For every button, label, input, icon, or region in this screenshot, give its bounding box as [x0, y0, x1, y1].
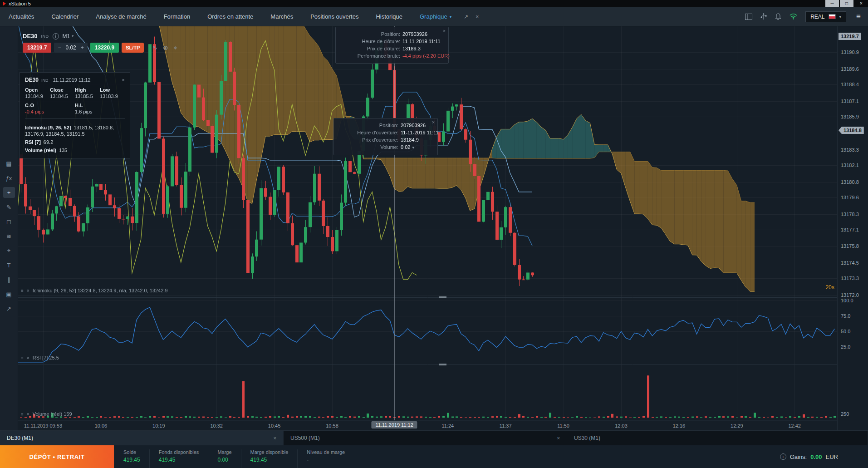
- nav-item[interactable]: Actualités: [0, 7, 43, 26]
- price-axis[interactable]: 13219.7 13184.8 13190.913189.613188.4131…: [837, 26, 868, 430]
- fx-indicators-icon[interactable]: ƒx: [3, 172, 15, 183]
- nav-item-label: Graphique: [420, 13, 447, 20]
- window-title: xStation 5: [9, 1, 31, 6]
- time-axis-label: 10:32: [210, 423, 223, 429]
- nav-item-label: Marchés: [270, 13, 293, 20]
- time-axis-label: 12:42: [788, 423, 801, 429]
- chevron-down-icon[interactable]: ▾: [412, 145, 414, 150]
- pane-close-icon[interactable]: ×: [27, 412, 29, 417]
- instrument-tab[interactable]: US500 (M1) ×: [284, 431, 567, 445]
- instrument-tab[interactable]: DE30 (M1) ×: [0, 431, 284, 445]
- rsi-axis-label: 50.0: [841, 329, 850, 334]
- target-icon[interactable]: ⌖: [3, 245, 15, 256]
- buy-button[interactable]: 13220.9: [90, 43, 119, 53]
- close-icon[interactable]: ×: [432, 120, 435, 125]
- instrument-tab[interactable]: US30 (M1): [567, 431, 868, 445]
- pane-menu-icon[interactable]: ≡: [21, 288, 24, 293]
- chevron-down-icon: ▾: [72, 34, 74, 38]
- rsi-axis-label: 100.0: [841, 298, 853, 303]
- tab-close-icon[interactable]: ×: [557, 435, 560, 441]
- nav-item[interactable]: Calendrier: [43, 7, 87, 26]
- nav-item[interactable]: Graphique ▾: [411, 7, 460, 26]
- tooltip-row: Volume: 0.02▾: [339, 143, 427, 151]
- minimize-button[interactable]: ─: [825, 0, 839, 7]
- sell-button[interactable]: 13219.7: [23, 43, 51, 53]
- window-controls: ─ □ ×: [825, 0, 868, 7]
- deposit-withdraw-button[interactable]: DÉPÔT • RETRAIT: [0, 445, 114, 468]
- time-axis-label: 12:16: [673, 423, 686, 429]
- chart-popout-icon[interactable]: ↗: [460, 14, 472, 20]
- pane-menu-icon[interactable]: ≡: [21, 412, 24, 417]
- gains-currency: EUR: [826, 453, 838, 460]
- account-stat: Marge disponible 419.45: [241, 449, 298, 468]
- pane-close-icon[interactable]: ×: [27, 288, 29, 293]
- line-style-icon[interactable]: ∿: [152, 44, 157, 52]
- close-button[interactable]: ×: [854, 0, 868, 7]
- tooltip-row: Position: 207903926: [339, 122, 427, 129]
- gains-label: Gains:: [790, 453, 807, 460]
- main-menu-icon[interactable]: ≡: [854, 12, 863, 21]
- nav-item[interactable]: Ordres en attente: [199, 7, 262, 26]
- tab-label: US500 (M1): [290, 435, 320, 441]
- nav-item-label: Positions ouvertes: [310, 13, 358, 20]
- nav-item[interactable]: Formation: [155, 7, 199, 26]
- workspace-layout-icon[interactable]: [745, 14, 752, 20]
- nav-item-label: Ordres en attente: [207, 13, 253, 20]
- timeframe-selector[interactable]: M1 ▾: [63, 33, 74, 39]
- pane-close-icon[interactable]: ×: [27, 355, 29, 360]
- shapes-icon[interactable]: ◻: [3, 216, 15, 227]
- maximize-button[interactable]: □: [840, 0, 853, 7]
- data-window-panel: DE30 IND 11.11.2019 11:12 × Open 13184.9…: [20, 72, 130, 158]
- chart-canvas[interactable]: [18, 26, 837, 420]
- diff-grid: C-O -0.4 pips H-L 1.6 pips: [25, 103, 125, 114]
- compare-icon[interactable]: ∥: [3, 274, 15, 285]
- nav-item[interactable]: Positions ouvertes: [302, 7, 367, 26]
- info-icon[interactable]: i: [780, 453, 786, 460]
- add-indicator-icon[interactable]: +: [3, 187, 15, 198]
- time-axis-label: 11:37: [500, 423, 512, 429]
- diff-cell: H-L 1.6 pips: [75, 103, 125, 114]
- price-axis-label: 13173.3: [841, 276, 859, 281]
- nav-item[interactable]: Marchés: [262, 7, 302, 26]
- volume-decrease-button[interactable]: −: [54, 43, 64, 53]
- sell-price-tag: 13219.7: [839, 33, 861, 40]
- crosshair-icon[interactable]: ⌖: [174, 44, 177, 52]
- volume-pane-label: ≡ × Volume (réel) 159: [21, 411, 72, 417]
- price-axis-label: 13177.1: [841, 227, 859, 232]
- diff-cell: C-O -0.4 pips: [25, 103, 75, 114]
- account-selector[interactable]: REAL ▾: [805, 11, 846, 22]
- volume-increase-button[interactable]: +: [77, 43, 88, 53]
- text-tool-icon[interactable]: T: [3, 260, 15, 271]
- pane-menu-icon[interactable]: ≡: [21, 355, 24, 360]
- position-open-tooltip: × Position: 207903926 Heure d'ouverture:…: [333, 118, 438, 155]
- price-axis-label: 13190.9: [841, 49, 859, 55]
- chart-tab-close-icon[interactable]: ×: [472, 14, 482, 20]
- layers-icon[interactable]: ▣: [3, 289, 15, 300]
- tab-close-icon[interactable]: ×: [274, 435, 276, 441]
- share-icon[interactable]: ↗: [3, 303, 15, 314]
- nav-item[interactable]: Analyse de marché: [87, 7, 155, 26]
- price-axis-label: 13172.0: [841, 292, 859, 298]
- zoom-in-icon[interactable]: ⊕: [163, 44, 168, 52]
- notifications-bell-icon[interactable]: [775, 13, 781, 20]
- symbol-label: DE30: [23, 33, 38, 39]
- instrument-info-icon[interactable]: i: [53, 33, 59, 39]
- nav-item-label: Historique: [376, 13, 402, 20]
- close-icon[interactable]: ×: [443, 29, 446, 34]
- network-wifi-icon[interactable]: [790, 14, 797, 20]
- price-axis-label: 13174.5: [841, 260, 859, 266]
- open-price-tag: 13184.8: [839, 127, 864, 134]
- draw-icon[interactable]: ✎: [3, 202, 15, 212]
- price-axis-label: 13175.8: [841, 243, 859, 249]
- panels-icon[interactable]: ▤: [3, 158, 15, 169]
- trade-controls: DE30 IND i M1 ▾ 13219.7 − 0.02 + 13220.9…: [23, 33, 177, 53]
- nav-item[interactable]: Historique: [367, 7, 411, 26]
- usb-devices-icon[interactable]: [760, 13, 767, 20]
- time-axis-label: 10:58: [326, 423, 338, 429]
- instrument-type-badge: IND: [41, 34, 49, 39]
- time-axis[interactable]: 11.11.2019 11:12 11.11.2019 09:5310:0610…: [18, 420, 837, 430]
- chevron-down-icon: ▾: [839, 15, 842, 19]
- sltp-button[interactable]: SL/TP: [122, 43, 144, 53]
- waves-icon[interactable]: ≋: [3, 231, 15, 241]
- close-icon[interactable]: ×: [122, 77, 125, 83]
